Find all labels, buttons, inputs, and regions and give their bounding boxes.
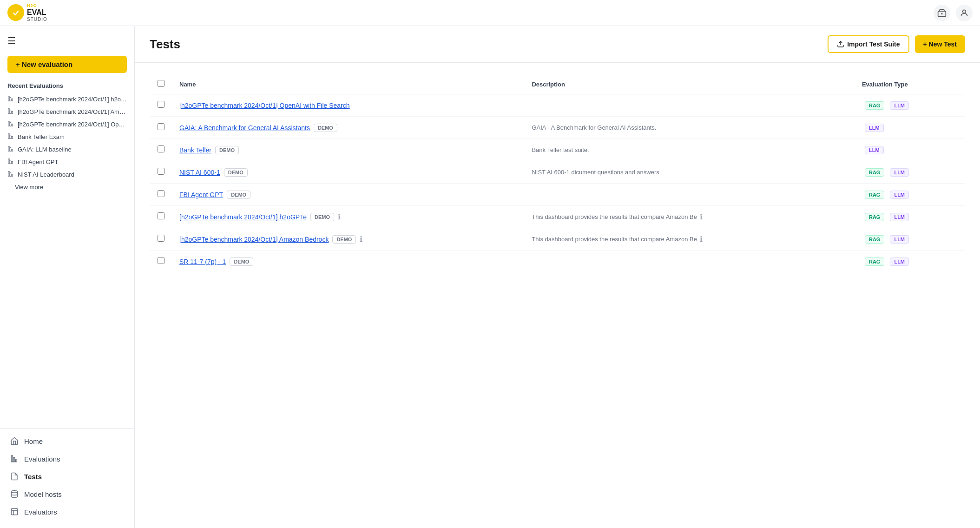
name-header: Name: [172, 74, 524, 94]
svg-rect-20: [8, 159, 9, 164]
new-evaluation-button[interactable]: + New evaluation: [7, 56, 127, 73]
recent-item[interactable]: [h2oGPTe benchmark 2024/Oct/1] Amaz ...: [7, 106, 127, 118]
test-name-link[interactable]: GAIA: A Benchmark for General AI Assista…: [179, 124, 310, 132]
recent-item[interactable]: Bank Teller Exam: [7, 131, 127, 143]
new-test-button[interactable]: + New Test: [915, 35, 966, 53]
svg-rect-16: [12, 137, 13, 139]
eval-type-cell: RAGLLM: [855, 161, 965, 184]
rag-badge: RAG: [865, 235, 884, 244]
notifications-icon[interactable]: [934, 5, 950, 21]
table-container: Name Description Evaluation Type [h2oGPT…: [135, 63, 980, 528]
demo-badge: DEMO: [224, 168, 248, 177]
row-checkbox[interactable]: [158, 257, 164, 264]
test-name-link[interactable]: FBI Agent GPT: [179, 191, 223, 198]
svg-rect-9: [10, 110, 11, 114]
test-name-link[interactable]: NIST AI 600-1: [179, 169, 220, 176]
hamburger-button[interactable]: ☰: [7, 33, 16, 48]
sidebar-item-model-hosts[interactable]: Model hosts: [0, 485, 134, 503]
sidebar-item-evaluations[interactable]: Evaluations: [0, 450, 134, 468]
import-test-suite-button[interactable]: Import Test Suite: [828, 35, 909, 53]
eval-badges: RAGLLM: [862, 235, 957, 244]
rag-badge: RAG: [865, 191, 884, 199]
evaluation-type-header: Evaluation Type: [855, 74, 965, 94]
name-cell: NIST AI 600-1 DEMO: [172, 161, 524, 184]
recent-item[interactable]: NIST AI Leaderboard: [7, 168, 127, 181]
test-name-link[interactable]: SR 11-7 (7p) - 1: [179, 258, 226, 265]
recent-item[interactable]: GAIA: LLM baseline: [7, 143, 127, 156]
sidebar-nav: Home Evaluations Tests Model hosts Evalu…: [0, 428, 134, 521]
info-icon[interactable]: ℹ: [700, 212, 703, 221]
demo-badge: DEMO: [332, 235, 356, 244]
content-header: Tests Import Test Suite + New Test: [135, 26, 980, 63]
row-checkbox[interactable]: [158, 168, 164, 175]
desc-content: NIST AI 600-1 dicument questions and ans…: [532, 169, 847, 176]
row-checkbox[interactable]: [158, 235, 164, 242]
main-layout: ☰ + New evaluation Recent Evaluations [h…: [0, 26, 980, 528]
name-cell: GAIA: A Benchmark for General AI Assista…: [172, 117, 524, 139]
row-checkbox[interactable]: [158, 123, 164, 130]
eval-type-cell: RAGLLM: [855, 228, 965, 251]
sidebar: ☰ + New evaluation Recent Evaluations [h…: [0, 26, 135, 528]
test-name-link[interactable]: [h2oGPTe benchmark 2024/Oct/1] h2oGPTe: [179, 213, 307, 221]
select-all-checkbox[interactable]: [158, 80, 164, 87]
svg-rect-10: [12, 112, 13, 114]
sidebar-item-home[interactable]: Home: [0, 432, 134, 450]
llm-badge: LLM: [890, 235, 909, 244]
svg-point-29: [11, 491, 18, 493]
svg-rect-11: [8, 121, 9, 126]
sidebar-item-tests[interactable]: Tests: [0, 468, 134, 485]
demo-badge: DEMO: [227, 191, 250, 199]
info-icon[interactable]: ℹ: [360, 235, 362, 244]
demo-badge: DEMO: [215, 146, 239, 154]
svg-rect-21: [10, 160, 11, 164]
svg-rect-23: [8, 172, 9, 177]
eval-type-cell: RAGLLM: [855, 251, 965, 273]
name-content: [h2oGPTe benchmark 2024/Oct/1] h2oGPTe D…: [179, 212, 517, 221]
row-checkbox[interactable]: [158, 212, 164, 219]
name-content: SR 11-7 (7p) - 1 DEMO: [179, 257, 517, 266]
row-checkbox[interactable]: [158, 101, 164, 108]
name-cell: [h2oGPTe benchmark 2024/Oct/1] h2oGPTe D…: [172, 206, 524, 228]
logo-eval: EVAL: [27, 8, 47, 17]
chart-icon: [7, 145, 14, 153]
row-checkbox[interactable]: [158, 190, 164, 197]
test-name-link[interactable]: [h2oGPTe benchmark 2024/Oct/1] OpenAI wi…: [179, 102, 350, 109]
llm-badge: LLM: [890, 191, 909, 199]
table-row: [h2oGPTe benchmark 2024/Oct/1] Amazon Be…: [150, 228, 965, 251]
name-content: [h2oGPTe benchmark 2024/Oct/1] Amazon Be…: [179, 235, 517, 244]
description-text: GAIA - A Benchmark for General AI Assist…: [532, 124, 656, 131]
llm-badge: LLM: [890, 213, 909, 221]
llm-badge: LLM: [865, 124, 884, 132]
table-row: FBI Agent GPT DEMO RAGLLM: [150, 184, 965, 206]
test-name-link[interactable]: [h2oGPTe benchmark 2024/Oct/1] Amazon Be…: [179, 236, 329, 243]
table-row: Bank Teller DEMO Bank Teller test suite.…: [150, 139, 965, 161]
svg-rect-24: [10, 173, 11, 177]
name-content: Bank Teller DEMO: [179, 146, 517, 154]
description-cell: [524, 251, 855, 273]
name-content: FBI Agent GPT DEMO: [179, 191, 517, 199]
info-icon[interactable]: ℹ: [700, 235, 703, 244]
view-more-link[interactable]: View more: [7, 181, 127, 193]
description-text: NIST AI 600-1 dicument questions and ans…: [532, 169, 659, 176]
svg-rect-15: [10, 135, 11, 139]
svg-rect-30: [11, 508, 18, 515]
info-icon[interactable]: ℹ: [338, 212, 341, 221]
row-checkbox[interactable]: [158, 145, 164, 152]
description-cell: Bank Teller test suite.: [524, 139, 855, 161]
name-content: NIST AI 600-1 DEMO: [179, 168, 517, 177]
recent-item[interactable]: [h2oGPTe benchmark 2024/Oct/1] h2oG ...: [7, 93, 127, 106]
user-avatar[interactable]: [956, 5, 973, 21]
nav-item-label: Tests: [24, 473, 42, 481]
test-name-link[interactable]: Bank Teller: [179, 146, 211, 154]
upload-icon: [837, 40, 844, 48]
recent-item[interactable]: [h2oGPTe benchmark 2024/Oct/1] Open ...: [7, 118, 127, 131]
chart-icon: [7, 133, 14, 141]
nav-item-label: Evaluations: [24, 455, 60, 463]
sidebar-item-evaluators[interactable]: Evaluators: [0, 503, 134, 521]
llm-badge: LLM: [890, 168, 909, 177]
tests-icon: [9, 472, 20, 481]
table-row: NIST AI 600-1 DEMO NIST AI 600-1 dicumen…: [150, 161, 965, 184]
eval-badges: RAGLLM: [862, 168, 957, 177]
recent-item[interactable]: FBI Agent GPT: [7, 156, 127, 168]
eval-badges: RAGLLM: [862, 257, 957, 266]
